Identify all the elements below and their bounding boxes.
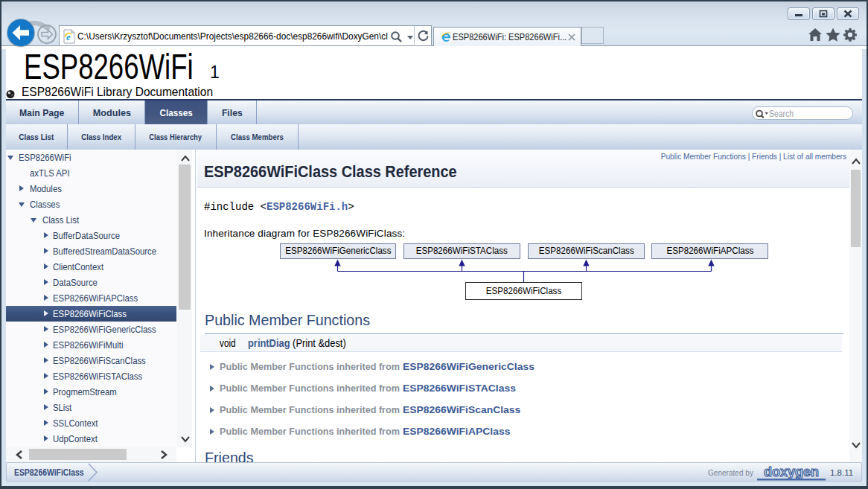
svg-text:doxygen: doxygen [764,464,819,479]
